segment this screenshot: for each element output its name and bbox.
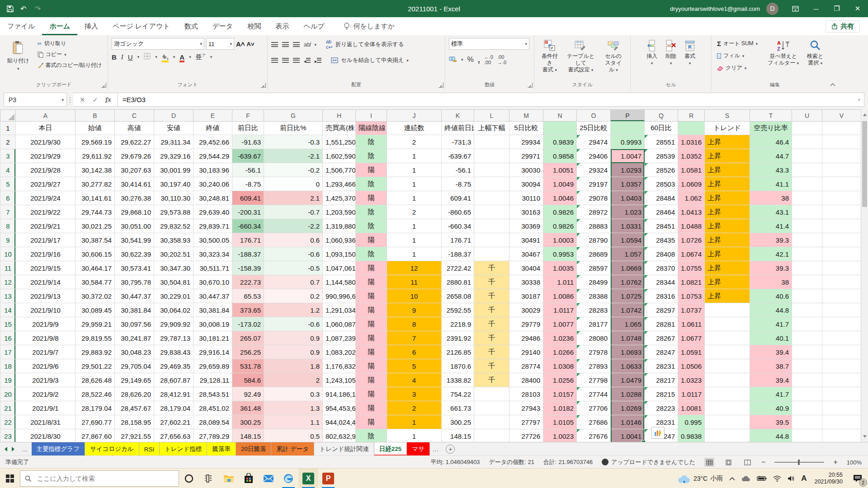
cell-shortratio-22[interactable]: 39.5 — [750, 415, 792, 429]
sheet-tab-トレンド指標[interactable]: トレンド指標 — [160, 442, 207, 456]
cell-streak-5[interactable]: 1 — [387, 177, 442, 191]
alignment-dialog-launcher-icon[interactable] — [439, 83, 443, 88]
header-cell-上幅下幅[interactable]: 上幅下幅 — [474, 122, 509, 135]
column-header-K[interactable]: K — [442, 110, 474, 122]
cell-V18[interactable] — [822, 359, 861, 373]
align-left-icon[interactable] — [271, 58, 278, 63]
column-header-N[interactable]: N — [543, 110, 577, 122]
cell-P2[interactable]: 0.9993 — [611, 135, 645, 149]
zoom-out-icon[interactable]: − — [761, 458, 765, 466]
cell-V16[interactable] — [822, 331, 861, 345]
cell[interactable]: 29,959.21 — [75, 317, 115, 331]
cell-band-2[interactable] — [474, 135, 509, 149]
cell-streak-18[interactable]: 5 — [387, 359, 442, 373]
cell[interactable]: -639.67 — [232, 149, 264, 163]
cell[interactable]: 30,207.63 — [115, 163, 154, 177]
cell[interactable]: 0.9839 — [543, 135, 577, 149]
cell[interactable]: 27726 — [509, 429, 543, 442]
fill-handle[interactable] — [642, 440, 646, 442]
cell[interactable]: -8.75 — [232, 177, 264, 191]
phonetic-guide-icon[interactable]: 亜ア — [196, 53, 206, 61]
cell[interactable]: 1.0821 — [678, 275, 705, 289]
cell[interactable]: 1.0266 — [543, 345, 577, 359]
cell[interactable]: 256.25 — [232, 345, 264, 359]
tray-chevron-icon[interactable] — [726, 469, 738, 488]
fill-button[interactable]: ↓フィル▾ — [715, 51, 760, 61]
cell-streak-22[interactable]: 1 — [387, 415, 442, 429]
cell-trend-23[interactable] — [705, 429, 750, 442]
cell[interactable]: 28344 — [645, 275, 678, 289]
cell-U2[interactable] — [792, 135, 822, 149]
cell-shortratio-14[interactable]: 44.8 — [750, 303, 792, 317]
header-cell-本日[interactable]: 本日 — [16, 122, 75, 135]
cell-P5[interactable]: 1.0357 — [611, 177, 645, 191]
cell-P20[interactable]: 1.0288 — [611, 387, 645, 401]
cell-U17[interactable] — [792, 345, 822, 359]
edge-icon[interactable] — [278, 469, 298, 488]
font-color-icon[interactable]: A — [179, 53, 184, 61]
cell[interactable]: -0.5 — [264, 261, 323, 275]
cancel-entry-icon[interactable]: ✕ — [80, 96, 85, 104]
cell[interactable]: 1,087,239,700 — [323, 331, 356, 345]
cell[interactable]: 30,387.54 — [75, 233, 115, 247]
cell[interactable]: 0.9826 — [543, 205, 577, 219]
cell-U6[interactable] — [792, 191, 822, 205]
merge-center-button[interactable]: セルを結合して中央揃え▾ — [329, 56, 410, 65]
cell-shortratio-21[interactable]: 40.9 — [750, 401, 792, 415]
header-cell-終値[interactable]: 終値 — [193, 122, 232, 135]
customize-quick-access-icon[interactable]: ▾ — [47, 6, 49, 11]
cell-date-22[interactable]: 2021/8/31 — [16, 415, 75, 429]
scroll-down-icon[interactable] — [863, 435, 867, 438]
zoom-slider[interactable] — [774, 462, 824, 463]
font-name-combo[interactable]: 游ゴシック▾ — [112, 38, 204, 50]
undo-icon[interactable]: ↶▾ — [20, 5, 28, 13]
cell-P3[interactable]: 1.0047 — [611, 149, 645, 163]
cell-U20[interactable] — [792, 387, 822, 401]
cell[interactable]: -860.65 — [442, 205, 474, 219]
cell-streak-21[interactable]: 2 — [387, 401, 442, 415]
cell[interactable]: 28484 — [645, 191, 678, 205]
comma-icon[interactable]: , — [478, 55, 480, 65]
header-cell-V[interactable] — [822, 122, 861, 135]
cell[interactable]: -8.75 — [442, 177, 474, 191]
row-header-19[interactable]: 19 — [0, 373, 16, 387]
cell-P21[interactable]: 1.0269 — [611, 401, 645, 415]
cell[interactable]: 1.0046 — [543, 191, 577, 205]
header-cell-陽線陰線[interactable]: 陽線陰線 — [356, 122, 387, 135]
cell[interactable]: 1,602,590,000 — [323, 149, 356, 163]
cell-P8[interactable]: 1.0331 — [611, 219, 645, 233]
redo-icon[interactable]: ↷ — [35, 5, 41, 13]
cell-P4[interactable]: 1.0293 — [611, 163, 645, 177]
cell[interactable]: 1.0256 — [543, 373, 577, 387]
cell[interactable]: 30,048.23 — [115, 345, 154, 359]
cell-U4[interactable] — [792, 163, 822, 177]
column-header-R[interactable]: R — [678, 110, 705, 122]
row-header-21[interactable]: 21 — [0, 401, 16, 415]
cell-U21[interactable] — [792, 401, 822, 415]
cell-U14[interactable] — [792, 303, 822, 317]
cell-U7[interactable] — [792, 205, 822, 219]
cell-streak-8[interactable]: 1 — [387, 219, 442, 233]
cell[interactable]: 28316 — [645, 289, 678, 303]
header-cell-トレンド[interactable]: トレンド — [705, 122, 750, 135]
cell[interactable]: 30,795.78 — [115, 275, 154, 289]
cell[interactable]: 1.0352 — [678, 149, 705, 163]
cell[interactable]: 1,425,370,000 — [323, 191, 356, 205]
row-header-23[interactable]: 23 — [0, 429, 16, 442]
cell[interactable]: 0.9826 — [543, 219, 577, 233]
cell[interactable]: 65.53 — [232, 289, 264, 303]
cell-streak-19[interactable]: 4 — [387, 373, 442, 387]
column-header-A[interactable]: A — [16, 110, 75, 122]
quick-analysis-button[interactable] — [651, 427, 665, 439]
cell-trend-16[interactable] — [705, 331, 750, 345]
cell-candle-6[interactable]: 陽 — [356, 191, 387, 205]
cell[interactable]: 1.0737 — [678, 303, 705, 317]
cell[interactable]: 0.5 — [264, 429, 323, 442]
cell[interactable]: 2592.55 — [442, 303, 474, 317]
cell-streak-2[interactable]: 2 — [387, 135, 442, 149]
cell-band-22[interactable] — [474, 415, 509, 429]
sort-filter-button[interactable]: AZ 並べ替えとフィルター ▾ — [765, 38, 802, 80]
battery-icon[interactable] — [754, 469, 770, 488]
cell[interactable]: -0.6 — [264, 247, 323, 261]
cell[interactable]: 30,500.05 — [193, 233, 232, 247]
